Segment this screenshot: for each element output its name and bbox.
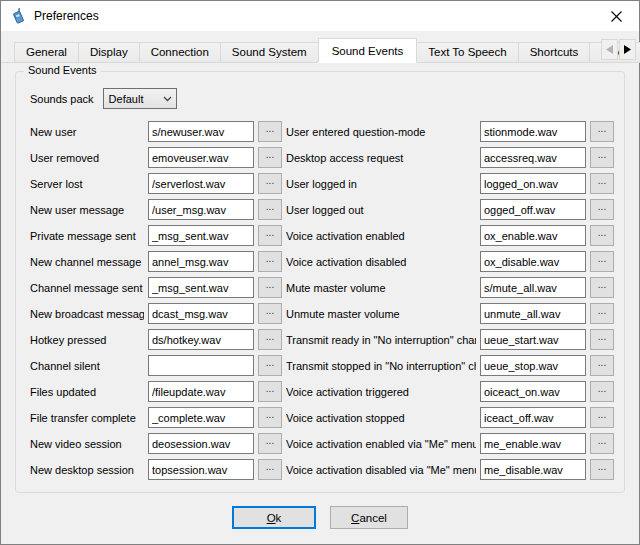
browse-button[interactable]: ... xyxy=(258,173,282,194)
sound-event-label: User logged out xyxy=(286,204,476,216)
tab-shortcuts[interactable]: Shortcuts xyxy=(518,42,591,63)
sound-file-input[interactable] xyxy=(480,433,586,454)
sound-event-label: Transmit stopped in "No interruption" ch… xyxy=(286,360,476,372)
sound-file-input[interactable] xyxy=(148,381,254,402)
title-bar: Preferences xyxy=(1,1,639,31)
browse-button[interactable]: ... xyxy=(258,277,282,298)
close-icon xyxy=(611,11,622,22)
sound-event-label: Mute master volume xyxy=(286,282,476,294)
sound-events-groupbox: Sound Events Sounds pack Default New use… xyxy=(15,71,625,493)
sound-file-input[interactable] xyxy=(148,199,254,220)
sound-file-input[interactable] xyxy=(148,459,254,480)
sound-file-input[interactable] xyxy=(480,381,586,402)
sounds-pack-dropdown[interactable]: Default xyxy=(103,88,177,109)
browse-button[interactable]: ... xyxy=(590,173,614,194)
tab-sound-system[interactable]: Sound System xyxy=(220,42,319,63)
ok-button[interactable]: Ok xyxy=(232,506,316,529)
browse-button[interactable]: ... xyxy=(590,381,614,402)
sound-event-label: Server lost xyxy=(30,178,144,190)
preferences-dialog: Preferences GeneralDisplayConnectionSoun… xyxy=(0,0,640,545)
sound-file-input[interactable] xyxy=(148,407,254,428)
groupbox-title: Sound Events xyxy=(24,64,101,76)
sound-file-input[interactable] xyxy=(480,329,586,350)
browse-button[interactable]: ... xyxy=(590,433,614,454)
sounds-pack-selected-value: Default xyxy=(109,93,163,105)
browse-button[interactable]: ... xyxy=(258,381,282,402)
tab-connection[interactable]: Connection xyxy=(139,42,221,63)
tab-scroll-right-button[interactable] xyxy=(619,39,636,60)
sound-file-input[interactable] xyxy=(480,355,586,376)
browse-button[interactable]: ... xyxy=(590,303,614,324)
sound-event-label: Private message sent xyxy=(30,230,144,242)
sound-file-input[interactable] xyxy=(480,459,586,480)
sound-file-input[interactable] xyxy=(148,277,254,298)
chevron-down-icon xyxy=(163,96,172,102)
sound-file-input[interactable] xyxy=(480,147,586,168)
sound-event-label: Desktop access request xyxy=(286,152,476,164)
browse-button[interactable]: ... xyxy=(590,199,614,220)
sound-event-label: Voice activation enabled via "Me" menu xyxy=(286,438,476,450)
sound-file-input[interactable] xyxy=(148,355,254,376)
sound-event-label: Files updated xyxy=(30,386,144,398)
browse-button[interactable]: ... xyxy=(258,199,282,220)
cancel-button[interactable]: Cancel xyxy=(330,506,408,529)
tab-general[interactable]: General xyxy=(14,42,79,63)
sound-event-label: Voice activation disabled via "Me" menu xyxy=(286,464,476,476)
sound-file-input[interactable] xyxy=(480,303,586,324)
sound-event-label: User removed xyxy=(30,152,144,164)
ok-button-label: Ok xyxy=(244,512,304,524)
sound-event-label: New user xyxy=(30,126,144,138)
sound-event-label: File transfer complete xyxy=(30,412,144,424)
browse-button[interactable]: ... xyxy=(258,121,282,142)
sound-event-label: New video session xyxy=(30,438,144,450)
browse-button[interactable]: ... xyxy=(258,225,282,246)
sound-file-input[interactable] xyxy=(480,225,586,246)
browse-button[interactable]: ... xyxy=(258,147,282,168)
browse-button[interactable]: ... xyxy=(258,303,282,324)
browse-button[interactable]: ... xyxy=(258,433,282,454)
tab-display[interactable]: Display xyxy=(78,42,140,63)
dialog-footer: Ok Cancel xyxy=(15,506,625,529)
sound-event-label: New broadcast message xyxy=(30,308,144,320)
tab-text-to-speech[interactable]: Text To Speech xyxy=(416,42,518,63)
browse-button[interactable]: ... xyxy=(590,277,614,298)
sound-file-input[interactable] xyxy=(480,173,586,194)
tab-sound-events[interactable]: Sound Events xyxy=(318,38,418,63)
app-icon xyxy=(10,8,27,25)
sound-file-input[interactable] xyxy=(480,277,586,298)
browse-button[interactable]: ... xyxy=(258,251,282,272)
browse-button[interactable]: ... xyxy=(590,121,614,142)
sound-event-label: Voice activation stopped xyxy=(286,412,476,424)
browse-button[interactable]: ... xyxy=(258,355,282,376)
browse-button[interactable]: ... xyxy=(590,147,614,168)
sound-file-input[interactable] xyxy=(480,199,586,220)
sound-file-input[interactable] xyxy=(148,433,254,454)
browse-button[interactable]: ... xyxy=(258,407,282,428)
browse-button[interactable]: ... xyxy=(258,329,282,350)
sound-file-input[interactable] xyxy=(148,147,254,168)
browse-button[interactable]: ... xyxy=(590,251,614,272)
sound-event-label: New desktop session xyxy=(30,464,144,476)
tab-scroll-left-button[interactable] xyxy=(601,39,618,60)
tab-page-sound-events: Sound Events Sounds pack Default New use… xyxy=(1,63,639,529)
sound-event-label: Hotkey pressed xyxy=(30,334,144,346)
tab-bar: GeneralDisplayConnectionSound SystemSoun… xyxy=(1,31,639,63)
browse-button[interactable]: ... xyxy=(590,355,614,376)
sound-file-input[interactable] xyxy=(480,121,586,142)
browse-button[interactable]: ... xyxy=(590,329,614,350)
sound-file-input[interactable] xyxy=(480,251,586,272)
arrow-right-icon xyxy=(624,45,631,54)
sound-file-input[interactable] xyxy=(480,407,586,428)
sound-file-input[interactable] xyxy=(148,225,254,246)
sound-file-input[interactable] xyxy=(148,329,254,350)
browse-button[interactable]: ... xyxy=(590,225,614,246)
browse-button[interactable]: ... xyxy=(590,407,614,428)
close-button[interactable] xyxy=(594,1,639,31)
sound-file-input[interactable] xyxy=(148,173,254,194)
sound-file-input[interactable] xyxy=(148,251,254,272)
sound-event-label: New channel message xyxy=(30,256,144,268)
browse-button[interactable]: ... xyxy=(258,459,282,480)
browse-button[interactable]: ... xyxy=(590,459,614,480)
sound-file-input[interactable] xyxy=(148,121,254,142)
sound-file-input[interactable] xyxy=(148,303,254,324)
